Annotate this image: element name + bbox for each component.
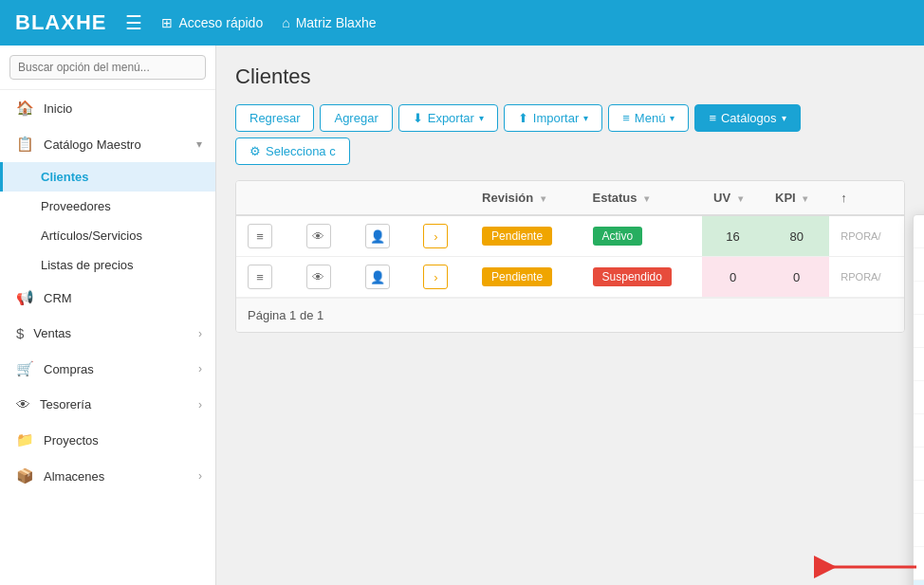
dropdown-item-segmento[interactable]: ≡ Segmento de mercado — [914, 315, 924, 348]
dropdown-item-zonas[interactable]: ≡ Zonas — [914, 381, 924, 414]
col-uv[interactable]: UV ▾ — [702, 181, 764, 215]
eye-action-icon[interactable]: 👁 — [306, 224, 331, 248]
action-list: ≡ — [236, 257, 295, 298]
menu-button[interactable]: ≡ Menú ▾ — [608, 104, 689, 132]
table-row: ≡ 👁 👤 › Pendiente — [236, 257, 904, 298]
page-title: Clientes — [235, 64, 905, 89]
uv-cell: 0 — [702, 257, 764, 298]
tail-cell: RPORA/ — [829, 257, 904, 298]
kpi-cell: 80 — [764, 215, 829, 257]
sidebar-item-tesoreria[interactable]: 👁 Tesorería › — [0, 387, 215, 422]
arrow-left-indicator — [814, 554, 918, 580]
list-action-icon[interactable]: ≡ — [248, 265, 272, 289]
dropdown-item-industria[interactable]: ≡ Industria — [914, 248, 924, 282]
pagination-bar: Página 1 de 1 — [236, 298, 904, 332]
proyectos-icon: 📁 — [16, 431, 34, 448]
dropdown-item-vendedores[interactable]: ≡ Vendedores — [914, 348, 924, 381]
sidebar-item-compras[interactable]: 🛒 Compras › — [0, 351, 215, 387]
revision-badge: Pendiente — [482, 227, 552, 246]
action-arrow: › — [412, 215, 471, 257]
col-sort[interactable]: ↑ — [829, 181, 904, 215]
hamburger-icon[interactable]: ☰ — [125, 11, 142, 34]
data-table: Revisión ▾ Estatus ▾ UV ▾ KPI ▾ ↑ — [236, 181, 904, 298]
action-user: 👤 — [354, 215, 413, 257]
dropdown-item-lista-precios[interactable]: ≡ Lista de precios — [914, 448, 924, 481]
selecciona-button[interactable]: ⚙ Selecciona c — [235, 137, 350, 165]
menu-icon: ≡ — [622, 111, 630, 125]
home-icon: ⌂ — [282, 15, 289, 30]
user-action-icon[interactable]: 👤 — [365, 224, 390, 248]
dropdown-item-acciones-tareas[interactable]: ≡ Acciones tareas — [914, 481, 924, 514]
dropdown-item-clasificacion[interactable]: ≡ Clasificación — [914, 215, 924, 248]
sidebar-item-proyectos[interactable]: 📁 Proyectos — [0, 422, 215, 458]
arrow-action-icon[interactable]: › — [423, 265, 448, 289]
sidebar-subitem-clientes[interactable]: Clientes — [0, 162, 215, 192]
sidebar-search-input[interactable] — [9, 55, 206, 80]
caret-down-icon: ▾ — [782, 113, 786, 123]
col-actions4 — [412, 181, 471, 215]
col-estatus[interactable]: Estatus ▾ — [582, 181, 703, 215]
action-list: ≡ — [236, 215, 295, 257]
sort-icon: ▾ — [644, 193, 649, 204]
sidebar-item-crm[interactable]: 📢 CRM — [0, 280, 215, 316]
sidebar-item-catalogo[interactable]: 📋 Catálogo Maestro ▾ — [0, 126, 215, 162]
catalog-icon: 📋 — [16, 136, 34, 153]
dropdown-item-proyectos[interactable]: ≡ Proyectos — [914, 547, 924, 580]
compras-icon: 🛒 — [16, 360, 34, 377]
sidebar-item-inicio[interactable]: 🏠 Inicio — [0, 90, 215, 126]
gear-icon: ⚙ — [249, 144, 261, 158]
col-revision[interactable]: Revisión ▾ — [471, 181, 581, 215]
estatus-cell: Activo — [582, 215, 703, 257]
action-eye: 👁 — [295, 257, 354, 298]
matrix-link[interactable]: ⌂ Matriz Blaxhe — [282, 15, 376, 30]
crm-icon: 📢 — [16, 289, 34, 306]
dropdown-item-rutas[interactable]: ≡ Rutas — [914, 414, 924, 448]
sidebar-subitem-proveedores[interactable]: Proveedores — [0, 192, 215, 221]
user-action-icon[interactable]: 👤 — [365, 265, 390, 289]
grid-icon: ⊞ — [161, 15, 173, 30]
action-eye: 👁 — [295, 215, 354, 257]
dropdown-item-plantillas-correos[interactable]: ≡ Plantillas correos — [914, 514, 924, 547]
regresar-button[interactable]: Regresar — [235, 104, 314, 132]
catalogos-button[interactable]: ≡ Catálogos ▾ — [694, 104, 800, 132]
sidebar: 🏠 Inicio 📋 Catálogo Maestro ▾ Clientes P… — [0, 46, 216, 585]
agregar-button[interactable]: Agregar — [320, 104, 392, 132]
chevron-right-icon: › — [198, 362, 202, 375]
ventas-icon: $ — [16, 325, 24, 341]
importar-button[interactable]: ⬆ Importar ▾ — [504, 104, 602, 132]
revision-cell: Pendiente — [471, 257, 581, 298]
col-actions1 — [236, 181, 295, 215]
upload-icon: ⬆ — [518, 111, 528, 125]
revision-cell: Pendiente — [471, 215, 581, 257]
estatus-badge: Suspendido — [593, 267, 672, 286]
col-kpi[interactable]: KPI ▾ — [764, 181, 829, 215]
eye-action-icon[interactable]: 👁 — [306, 265, 331, 289]
col-actions2 — [295, 181, 354, 215]
download-icon: ⬇ — [413, 111, 423, 125]
toolbar: Regresar Agregar ⬇ Exportar ▾ ⬆ Importar… — [235, 104, 905, 165]
sidebar-subitem-listas[interactable]: Listas de precios — [0, 250, 215, 280]
uv-cell: 16 — [702, 215, 764, 257]
chevron-right-icon: › — [198, 327, 202, 340]
catalogs-dropdown: ≡ Clasificación ≡ Industria ≡ Grupos ≡ S… — [913, 214, 924, 585]
caret-down-icon: ▾ — [479, 113, 484, 123]
arrow-action-icon[interactable]: › — [423, 224, 448, 248]
list-action-icon[interactable]: ≡ — [248, 224, 272, 248]
action-user: 👤 — [354, 257, 413, 298]
app-logo: BLAXHE — [15, 10, 106, 35]
dropdown-item-condiciones-pago[interactable]: ≡ Condiciones de pago — [914, 580, 924, 585]
sidebar-item-almacenes[interactable]: 📦 Almacenes › — [0, 458, 215, 494]
arrow-down-indicator — [915, 133, 924, 190]
estatus-cell: Suspendido — [582, 257, 703, 298]
revision-badge: Pendiente — [482, 267, 552, 286]
exportar-button[interactable]: ⬇ Exportar ▾ — [398, 104, 498, 132]
caret-down-icon: ▾ — [670, 113, 675, 123]
caret-down-icon: ▾ — [583, 113, 588, 123]
quick-access-link[interactable]: ⊞ Acceso rápido — [161, 15, 263, 30]
almacenes-icon: 📦 — [16, 467, 34, 484]
sidebar-item-ventas[interactable]: $ Ventas › — [0, 316, 215, 351]
sidebar-search-container — [0, 46, 215, 90]
pagination-text: Página 1 de 1 — [248, 308, 323, 322]
dropdown-item-grupos[interactable]: ≡ Grupos — [914, 282, 924, 315]
sidebar-subitem-articulos[interactable]: Artículos/Servicios — [0, 221, 215, 250]
